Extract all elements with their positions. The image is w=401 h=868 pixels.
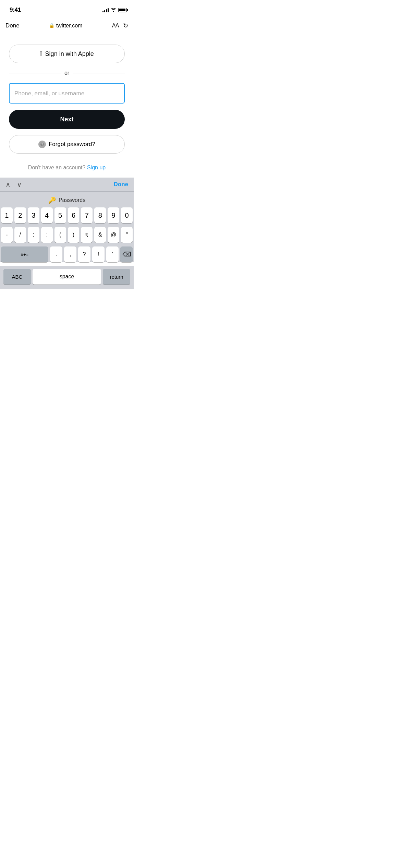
browser-bar: Done 🔒 twitter.com AA ↻	[0, 17, 134, 34]
browser-url-container: 🔒 twitter.com	[49, 23, 82, 29]
key-6[interactable]: 6	[68, 207, 80, 223]
keyboard: 🔑 Passwords 1 2 3 4 5 6 7 8 9 0 - / : ; …	[0, 192, 134, 262]
key-ampersand[interactable]: &	[94, 227, 106, 243]
apple-logo-icon: 	[40, 50, 42, 57]
key-4[interactable]: 4	[41, 207, 53, 223]
key-9[interactable]: 9	[108, 207, 119, 223]
key-symbol-toggle[interactable]: #+=	[1, 246, 48, 262]
keyboard-bottom-row: ABC space return	[2, 269, 132, 285]
symbol-row-1: - / : ; ( ) ₹ & @ "	[1, 227, 133, 243]
svg-point-1	[42, 145, 42, 145]
signup-link[interactable]: Sign up	[87, 165, 106, 170]
toolbar-nav: ∧ ∨	[5, 180, 22, 189]
key-lparen[interactable]: (	[54, 227, 66, 243]
key-icon: 🔑	[48, 196, 56, 204]
key-slash[interactable]: /	[14, 227, 26, 243]
key-apostrophe[interactable]: '	[106, 246, 119, 262]
signup-text: Don't have an account? Sign up	[9, 165, 125, 171]
main-content:  Sign in with Apple or Next Forgot pass…	[0, 34, 134, 178]
key-5[interactable]: 5	[54, 207, 66, 223]
browser-aa-button[interactable]: AA	[112, 23, 119, 29]
wifi-icon	[111, 8, 116, 12]
toolbar-down-arrow[interactable]: ∨	[17, 180, 22, 189]
forgot-password-label: Forgot password?	[49, 141, 95, 148]
keyboard-bottom-bar: ABC space return	[0, 266, 134, 289]
passwords-row[interactable]: 🔑 Passwords	[1, 194, 133, 207]
key-3[interactable]: 3	[28, 207, 39, 223]
key-8[interactable]: 8	[94, 207, 106, 223]
key-colon[interactable]: :	[28, 227, 39, 243]
status-icons	[102, 8, 127, 12]
key-rparen[interactable]: )	[68, 227, 80, 243]
or-line-right	[73, 73, 125, 73]
next-button[interactable]: Next	[9, 110, 125, 129]
forgot-password-icon	[38, 141, 46, 148]
lock-icon: 🔒	[49, 23, 54, 28]
phone-email-username-input[interactable]	[9, 83, 125, 104]
key-question[interactable]: ?	[78, 246, 90, 262]
key-abc[interactable]: ABC	[3, 269, 31, 285]
key-period[interactable]: .	[50, 246, 62, 262]
battery-icon	[118, 8, 127, 12]
key-dash[interactable]: -	[1, 227, 13, 243]
key-comma[interactable]: ,	[64, 246, 76, 262]
signup-prompt: Don't have an account?	[28, 165, 86, 170]
browser-done-button[interactable]: Done	[5, 22, 20, 29]
backspace-key[interactable]: ⌫	[120, 246, 133, 262]
forgot-password-button[interactable]: Forgot password?	[9, 135, 125, 154]
or-text: or	[64, 70, 69, 76]
passwords-label: Passwords	[59, 197, 85, 203]
key-1[interactable]: 1	[1, 207, 13, 223]
keyboard-done-button[interactable]: Done	[114, 181, 129, 188]
key-7[interactable]: 7	[81, 207, 93, 223]
key-rupee[interactable]: ₹	[81, 227, 93, 243]
key-exclaim[interactable]: !	[92, 246, 105, 262]
apple-signin-label: Sign in with Apple	[45, 50, 94, 58]
key-semicolon[interactable]: ;	[41, 227, 53, 243]
status-time: 9:41	[10, 7, 21, 13]
browser-actions: AA ↻	[112, 22, 128, 29]
number-row: 1 2 3 4 5 6 7 8 9 0	[1, 207, 133, 223]
or-divider: or	[9, 70, 125, 76]
key-2[interactable]: 2	[14, 207, 26, 223]
key-quote[interactable]: "	[121, 227, 133, 243]
apple-signin-button[interactable]:  Sign in with Apple	[9, 45, 125, 63]
symbol-row-2: #+= . , ? ! ' ⌫	[1, 246, 133, 262]
toolbar-up-arrow[interactable]: ∧	[5, 180, 11, 189]
key-space[interactable]: space	[33, 269, 101, 285]
browser-refresh-button[interactable]: ↻	[123, 22, 128, 29]
browser-url: twitter.com	[56, 23, 82, 29]
status-bar: 9:41	[0, 0, 134, 17]
or-line-left	[9, 73, 61, 73]
key-return[interactable]: return	[103, 269, 130, 285]
keyboard-toolbar: ∧ ∨ Done	[0, 178, 134, 192]
input-wrapper	[9, 83, 125, 104]
key-0[interactable]: 0	[121, 207, 133, 223]
signal-icon	[102, 8, 109, 12]
key-at[interactable]: @	[108, 227, 119, 243]
